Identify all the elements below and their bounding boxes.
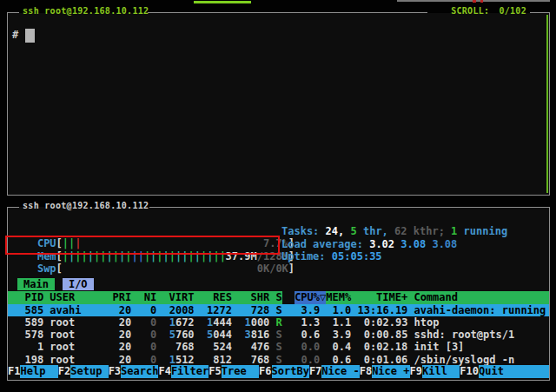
process-table-header[interactable]: PID USER PRI NI VIRT RES SHR S CPU%▽MEM%… [8, 291, 549, 304]
panel-border [149, 207, 549, 208]
fkey-f9[interactable]: F9Kill [410, 365, 460, 378]
process-row[interactable]: 578 root 20 0 5760 5044 3816 S 0.6 3.9 0… [8, 329, 549, 341]
screen: ssh root@192.168.10.112 SCROLL:0/102 # s… [0, 0, 556, 392]
panel-border [549, 12, 550, 196]
shell-prompt: # [12, 29, 18, 41]
panel-border [7, 12, 8, 196]
tab-main[interactable]: Main [17, 278, 55, 290]
header-columns-right[interactable]: MEM% TIME+ Command [326, 291, 458, 304]
header-gap [282, 291, 295, 304]
panel-border [549, 207, 550, 381]
sort-desc-icon: ▽ [320, 291, 326, 303]
fkey-bar: F1Help F2Setup F3SearchF4FilterF5Tree F6… [8, 365, 549, 378]
fkey-f7[interactable]: F7Nice - [309, 365, 360, 378]
fkey-f3[interactable]: F3Search [109, 365, 159, 378]
scroll-value: 0/102 [499, 6, 526, 16]
panel-border [7, 380, 550, 381]
swap-meter-value: 0K/0K [257, 262, 288, 275]
panel-border [7, 195, 550, 196]
process-row[interactable]: 1 root 20 0 768 524 476 S 0.0 0.4 0:02.1… [8, 341, 549, 353]
video-artifact-green [194, 1, 251, 3]
panel-border [530, 12, 550, 13]
video-artifact-red [473, 0, 476, 3]
terminal-cursor [25, 29, 35, 43]
swap-meter: Swp[0K/0K] [12, 250, 295, 262]
scroll-position-line [546, 15, 548, 193]
tab-io[interactable]: I/O [63, 278, 94, 290]
fkey-f8[interactable]: F8Nice + [360, 365, 410, 378]
process-row[interactable]: 198 root 20 0 1512 812 768 S 0.0 0.6 0:0… [8, 354, 549, 366]
fkey-f1[interactable]: F1Help [8, 365, 58, 378]
fkey-f5[interactable]: F5Tree [208, 365, 259, 378]
panel-border [7, 207, 19, 208]
tasks-summary: Tasks: 24, 5 thr, 62 kthr; 1 running [281, 225, 507, 237]
fkey-f2[interactable]: F2Setup [58, 365, 109, 378]
header-sort-column[interactable]: CPU%▽ [295, 291, 326, 304]
scroll-label: SCROLL: [451, 6, 489, 16]
screen-tabs: Main I/O [17, 278, 94, 290]
fkey-f10[interactable]: F10Quit [460, 365, 549, 378]
load-average: Load average: 3.02 3.08 3.08 [281, 238, 457, 250]
fkey-f6[interactable]: F6SortBy [259, 365, 309, 378]
scroll-indicator: SCROLL:0/102 [417, 6, 526, 16]
panel-border [148, 12, 427, 13]
swap-meter-label: Swp [37, 262, 56, 275]
cpu-meter: CPU[|||7.7%] [12, 225, 295, 237]
video-artifact-red [480, 0, 483, 3]
top-pane-title: ssh root@192.168.10.112 [23, 6, 149, 16]
fkey-f4[interactable]: F4Filter [158, 365, 208, 378]
process-row[interactable]: 585 avahi 20 0 2008 1272 728 S 3.9 1.0 1… [8, 304, 549, 316]
header-columns-left[interactable]: PID USER PRI NI VIRT RES SHR S [12, 291, 282, 304]
mem-meter: Mem[||||||||||||||||||||||||||37.9M/128M… [12, 238, 295, 250]
panel-border [7, 12, 19, 13]
bottom-pane-title: ssh root@192.168.10.112 [23, 201, 149, 210]
process-row[interactable]: 589 root 20 0 1672 1444 1000 R 1.3 1.1 0… [8, 316, 549, 329]
uptime: Uptime: 05:05:35 [281, 250, 382, 262]
top-terminal-pane[interactable] [8, 13, 549, 195]
